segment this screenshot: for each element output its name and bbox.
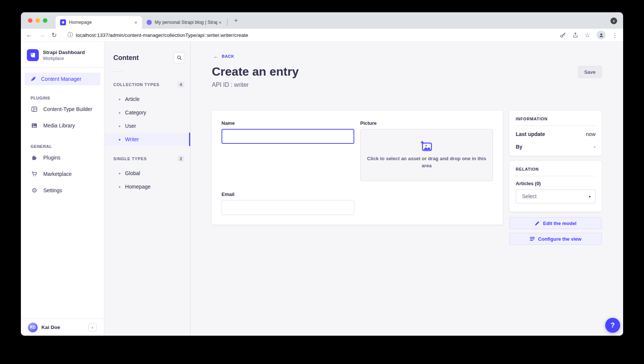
gear-icon: ⚙ — [31, 187, 38, 194]
tab-search-chevron-icon[interactable]: ▾ — [610, 18, 617, 24]
bullet-icon: • — [119, 123, 120, 129]
count-badge: 2 — [178, 156, 184, 162]
picture-icon — [31, 122, 38, 129]
sidebar-item-label: Content Manager — [41, 76, 81, 82]
subnav-item-global[interactable]: • Global — [104, 167, 190, 180]
tab-strapi-blog[interactable]: My personal Strapi blog | Strap × — [142, 16, 226, 29]
name-label: Name — [222, 120, 354, 126]
browser-reload-icon[interactable]: ↻ — [51, 31, 57, 39]
sidebar-item-marketplace[interactable]: Marketplace — [21, 166, 104, 182]
zoom-window-button[interactable] — [43, 18, 47, 23]
url-bar: ← → ↻ ⓘ localhost:1337/admin/content-man… — [21, 29, 623, 42]
subnav-title: Content — [113, 54, 139, 62]
close-window-button[interactable] — [28, 18, 32, 23]
email-label: Email — [222, 192, 354, 197]
subnav-item-user[interactable]: • User — [104, 119, 190, 133]
puzzle-icon — [31, 154, 38, 161]
sidebar-divider — [21, 67, 104, 67]
help-button[interactable]: ? — [605, 318, 620, 333]
name-input[interactable] — [222, 129, 354, 144]
bullet-icon: • — [119, 170, 120, 177]
close-tab-icon[interactable]: × — [217, 20, 223, 25]
articles-select[interactable]: Select ▾ — [516, 189, 596, 203]
search-button[interactable] — [174, 52, 185, 63]
sidebar-section-plugins: PLUGINS — [31, 96, 104, 100]
brand[interactable]: Strapi Dashboard Workplace — [21, 42, 104, 61]
address-url[interactable]: localhost:1337/admin/content-manager/col… — [76, 32, 553, 38]
name-field: Name — [222, 120, 354, 181]
select-value: Select — [522, 193, 537, 199]
sidebar-item-content-type-builder[interactable]: Content-Type Builder — [21, 101, 104, 117]
panel-divider — [516, 126, 596, 126]
subnav-item-label: Writer — [125, 136, 139, 142]
content-subnav: Content COLLECTION TYPES 4 • Article • C… — [104, 42, 191, 336]
last-update-value: now — [586, 131, 596, 137]
bullet-icon: • — [119, 96, 120, 102]
brand-subtitle: Workplace — [43, 56, 85, 61]
bullet-icon: • — [119, 184, 120, 190]
browser-back-icon[interactable]: ← — [26, 31, 32, 39]
brand-title: Strapi Dashboard — [43, 50, 85, 55]
new-tab-button[interactable]: + — [232, 17, 240, 24]
picture-label: Picture — [360, 120, 493, 126]
articles-relation-label: Articles (0) — [516, 181, 596, 186]
main-sidebar: Strapi Dashboard Workplace Content Manag… — [21, 42, 104, 336]
information-panel: INFORMATION Last update now By - — [509, 111, 602, 156]
information-header: INFORMATION — [516, 117, 596, 121]
back-label: BACK — [222, 54, 235, 58]
pencil-icon — [535, 221, 540, 226]
group-collection-types: COLLECTION TYPES 4 • Article • Category … — [104, 82, 190, 146]
tab-strip: Homepage × My personal Strapi blog | Str… — [21, 12, 623, 29]
sidebar-item-media-library[interactable]: Media Library — [21, 117, 104, 134]
api-id-subtitle: API ID : writer — [212, 82, 299, 88]
browser-menu-icon[interactable]: ⋮ — [612, 32, 618, 39]
collapse-sidebar-button[interactable]: ‹ — [88, 323, 97, 332]
subnav-item-category[interactable]: • Category — [104, 106, 190, 119]
share-icon[interactable] — [572, 32, 578, 38]
sidebar-item-settings[interactable]: ⚙ Settings — [21, 182, 104, 199]
back-link[interactable]: ← BACK — [213, 53, 234, 59]
bookmark-star-icon[interactable]: ☆ — [585, 31, 590, 39]
bullet-icon: • — [119, 136, 120, 143]
cart-icon — [31, 171, 38, 177]
sidebar-item-content-manager[interactable]: Content Manager — [25, 73, 100, 85]
back-arrow-icon: ← — [213, 53, 219, 59]
browser-profile-avatar[interactable] — [597, 31, 606, 39]
strapi-app: Strapi Dashboard Workplace Content Manag… — [21, 42, 623, 336]
sidebar-item-label: Settings — [43, 187, 62, 193]
picture-dropzone[interactable]: Click to select an asset or drag and dro… — [360, 129, 493, 181]
bullet-icon: • — [119, 110, 120, 116]
minimize-window-button[interactable] — [35, 18, 40, 23]
save-button[interactable]: Save — [578, 66, 602, 78]
user-row: KD Kai Doe ‹ — [21, 319, 104, 336]
site-info-icon[interactable]: ⓘ — [67, 32, 73, 38]
traffic-lights — [28, 18, 47, 23]
tab-homepage[interactable]: Homepage × — [56, 16, 142, 29]
picture-field: Picture Click to select an asset or drag… — [360, 120, 493, 181]
subnav-item-label: Homepage — [125, 184, 151, 190]
group-single-types: SINGLE TYPES 2 • Global • Homepage — [104, 156, 190, 193]
configure-lines-icon — [530, 237, 535, 241]
edit-model-button[interactable]: Edit the model — [509, 217, 602, 229]
sidebar-item-label: Plugins — [43, 155, 60, 161]
tab-title: Homepage — [69, 20, 133, 25]
dropzone-hint: Click to select an asset or drag and dro… — [367, 155, 486, 170]
group-label: SINGLE TYPES — [113, 156, 147, 161]
feather-pen-icon — [30, 76, 37, 82]
subnav-item-writer[interactable]: • Writer — [104, 133, 190, 146]
user-avatar[interactable]: KD — [28, 323, 38, 332]
subnav-item-homepage[interactable]: • Homepage — [104, 180, 190, 193]
sidebar-item-plugins[interactable]: Plugins — [21, 149, 104, 166]
close-tab-icon[interactable]: × — [133, 20, 138, 25]
browser-forward-icon: → — [39, 31, 45, 39]
subnav-item-article[interactable]: • Article — [104, 92, 190, 106]
main-content: ← BACK Create an entry API ID : writer S… — [191, 42, 623, 336]
user-name: Kai Doe — [41, 325, 60, 330]
panel-divider — [516, 176, 596, 176]
configure-view-button[interactable]: Configure the view — [509, 233, 602, 245]
password-key-icon[interactable] — [560, 32, 566, 38]
email-input[interactable] — [222, 200, 354, 215]
browser-window: Homepage × My personal Strapi blog | Str… — [21, 12, 623, 336]
sidebar-item-label: Marketplace — [43, 171, 72, 177]
active-indicator — [189, 133, 190, 146]
